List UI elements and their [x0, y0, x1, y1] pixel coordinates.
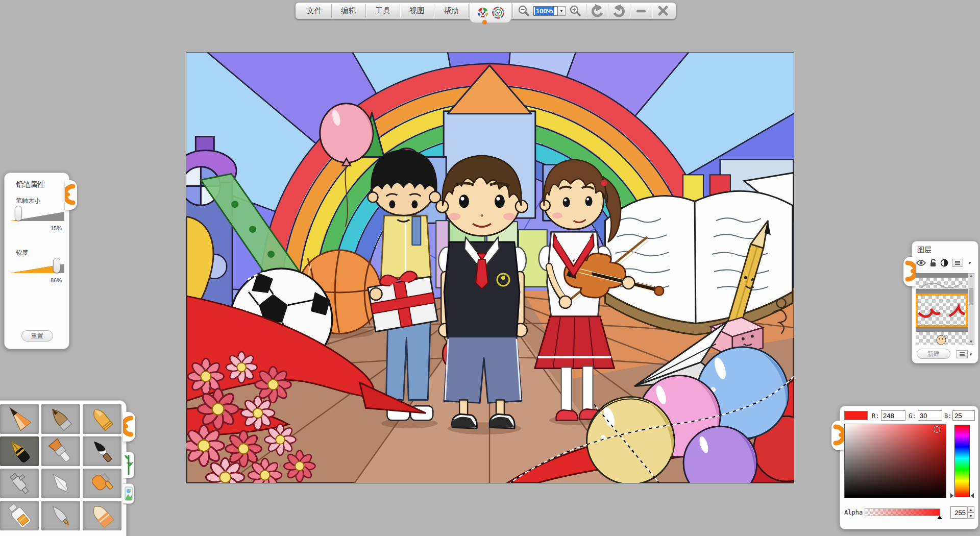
toolbar-separator: [468, 4, 469, 17]
current-color-swatch: [844, 411, 868, 420]
sticker-library-tab[interactable]: [123, 483, 134, 504]
tool-sharp-pencil[interactable]: [0, 404, 39, 434]
undo-icon: [590, 4, 604, 17]
alpha-marker[interactable]: [937, 516, 942, 519]
layer-item-bottom[interactable]: [916, 332, 968, 345]
tool-fountain-pen[interactable]: [0, 436, 39, 466]
brush-size-slider[interactable]: [10, 207, 64, 222]
zoom-in-button[interactable]: [566, 4, 585, 18]
layer-menu-caret[interactable]: ▼: [968, 261, 972, 265]
blue-label: B:: [944, 412, 951, 420]
green-label: G:: [909, 412, 916, 420]
minimize-button[interactable]: [631, 4, 651, 18]
hue-marker-right[interactable]: [971, 493, 974, 498]
close-icon: [657, 5, 669, 16]
green-input[interactable]: [918, 410, 942, 421]
layers-panel-title: 图层: [917, 246, 978, 255]
alpha-decrease-button[interactable]: ▼: [967, 513, 974, 519]
toolbar-separator: [512, 4, 513, 17]
mascot-tab: [470, 3, 511, 23]
menu-view[interactable]: 视图: [401, 4, 433, 18]
alpha-spinner: ▲ ▼: [950, 506, 975, 519]
alpha-input[interactable]: [950, 506, 967, 519]
layer-lock-icon[interactable]: [929, 259, 937, 267]
color-panel-handle[interactable]: [831, 421, 844, 450]
tool-eraser[interactable]: [83, 501, 121, 530]
blue-input[interactable]: [952, 410, 975, 421]
alpha-label: Alpha: [844, 509, 863, 516]
layer-item-top[interactable]: [916, 278, 968, 289]
toolbar-separator: [331, 4, 332, 17]
panel-grip-icon: [831, 421, 844, 450]
layer-menu-button[interactable]: [952, 259, 963, 267]
softness-label: 软度: [16, 249, 28, 257]
hue-slider[interactable]: [954, 425, 970, 497]
boy-with-paddle: [436, 156, 528, 429]
tool-paint-roller[interactable]: [83, 469, 121, 498]
nature-stamps-tab[interactable]: [123, 452, 134, 478]
clown-mascot-icon-1[interactable]: [476, 6, 489, 19]
toolbar-separator: [652, 4, 652, 17]
clown-mascot-icon-2[interactable]: [492, 6, 505, 19]
red-label: R:: [872, 412, 879, 420]
undo-button[interactable]: [587, 4, 607, 18]
layer-scrollbar[interactable]: ▲ ▼: [968, 273, 974, 345]
toolbar-separator: [365, 4, 366, 17]
layers-panel: 图层: [912, 241, 978, 363]
brush-size-knob[interactable]: [15, 206, 22, 221]
zoom-level-input[interactable]: 100%: [533, 6, 558, 16]
zoom-level-value: 100%: [535, 7, 554, 15]
redo-button[interactable]: [609, 4, 629, 18]
tool-paint-bottle[interactable]: [0, 501, 39, 530]
red-input[interactable]: [881, 410, 905, 421]
zoom-in-icon: [569, 5, 581, 17]
minimize-icon: [635, 5, 647, 16]
panel-grip-icon: [123, 412, 135, 442]
saturation-value-field[interactable]: [844, 424, 946, 498]
layer-item-selected[interactable]: [916, 294, 968, 327]
tool-crayon[interactable]: [83, 404, 121, 434]
layer-list: [916, 273, 968, 345]
zoom-out-button[interactable]: [514, 4, 533, 18]
layer-options-button[interactable]: [957, 350, 968, 358]
menu-file[interactable]: 文件: [299, 4, 330, 18]
hue-marker-left[interactable]: [950, 493, 953, 498]
brush-size-value: 15%: [51, 225, 62, 231]
reset-button[interactable]: 重置: [21, 330, 53, 342]
layers-handle[interactable]: [903, 257, 916, 286]
alpha-slider[interactable]: [865, 508, 940, 516]
tool-ink-brush[interactable]: [83, 436, 121, 466]
tool-flat-brush[interactable]: [41, 436, 80, 466]
zoom-dropdown-button[interactable]: ▼: [558, 6, 566, 16]
panel-handle[interactable]: [65, 180, 77, 210]
canvas-artwork: [186, 53, 794, 483]
panel-grip-icon: [65, 180, 77, 210]
mascot-indicator-dot: [482, 20, 487, 25]
toolbar-separator: [400, 4, 400, 17]
scrollbar-thumb[interactable]: [969, 288, 973, 305]
menu-tools[interactable]: 工具: [367, 4, 399, 18]
tool-painting-knife[interactable]: [41, 501, 80, 530]
close-button[interactable]: [653, 4, 673, 18]
layer-options-caret[interactable]: ▼: [969, 352, 973, 357]
menu-help[interactable]: 帮助: [435, 4, 467, 18]
color-field-cursor[interactable]: [934, 426, 940, 433]
tool-palette-panel: [0, 400, 127, 536]
drawing-canvas[interactable]: [186, 52, 794, 483]
softness-knob[interactable]: [53, 258, 60, 273]
brush-size-label: 笔触大小: [16, 197, 40, 205]
palette-handle[interactable]: [123, 412, 135, 442]
new-layer-button[interactable]: 新建: [917, 349, 950, 359]
sticker-icon: [125, 486, 133, 501]
alpha-increase-button[interactable]: ▲: [967, 506, 974, 513]
tool-palette-knife[interactable]: [41, 469, 80, 498]
layer-visibility-icon[interactable]: [916, 259, 926, 266]
tool-airbrush[interactable]: [0, 469, 39, 498]
menu-edit[interactable]: 编辑: [333, 4, 364, 18]
tool-pencil-stub[interactable]: [41, 404, 80, 434]
toolbar-separator: [608, 4, 608, 17]
layer-blend-icon[interactable]: [940, 259, 948, 267]
slider-fill: [10, 264, 57, 273]
softness-slider[interactable]: [10, 259, 64, 274]
bamboo-icon: [125, 454, 133, 476]
